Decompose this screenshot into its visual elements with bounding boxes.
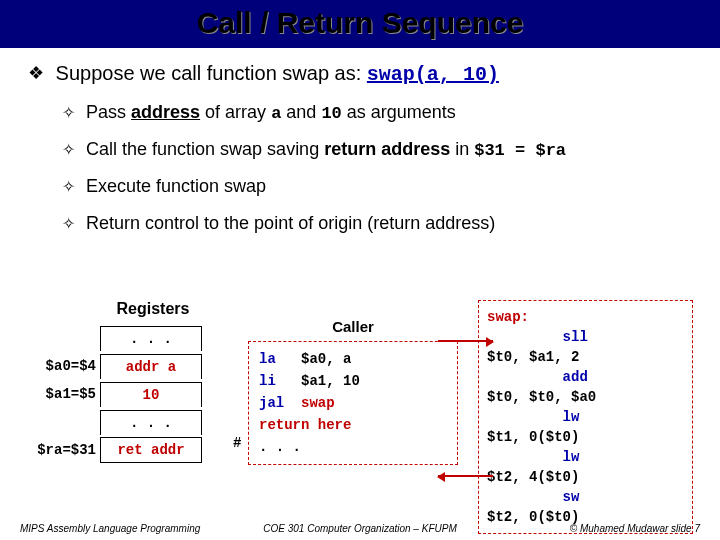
reg-label: $a1=$5 xyxy=(28,386,100,402)
op: $t1, 0($t0) xyxy=(487,429,579,445)
caller-title: Caller xyxy=(248,318,458,335)
slide-title: Call / Return Sequence xyxy=(0,6,720,40)
sub-item-1: ✧ Pass address of array a and 10 as argu… xyxy=(62,102,692,123)
caller-code: la $a0, a li $a1, 10 jal swap return her… xyxy=(248,341,458,465)
sub-item-4: ✧ Return control to the point of origin … xyxy=(62,213,692,234)
sub-bullet-icon: ✧ xyxy=(62,104,75,121)
reg-label: $a0=$4 xyxy=(28,358,100,374)
op: $t0, $t0, $a0 xyxy=(487,389,596,405)
arrow-icon xyxy=(438,340,493,342)
t: a xyxy=(271,104,281,123)
kw: lw xyxy=(487,409,579,425)
reg-label: $ra=$31 xyxy=(28,442,100,458)
diamond-bullet-icon: ❖ xyxy=(28,63,44,83)
reg-cell: . . . xyxy=(100,326,202,351)
registers-title: Registers xyxy=(88,300,218,318)
t: Return control to the point of origin (r… xyxy=(86,213,495,233)
op: $t0, $a1, 2 xyxy=(487,349,579,365)
t: $31 = $ra xyxy=(474,141,566,160)
footer-left: MIPS Assembly Language Programming xyxy=(20,523,247,534)
kw: li xyxy=(259,373,301,389)
hash-comment: # xyxy=(233,435,241,451)
t: return address xyxy=(324,139,450,159)
arrow-icon xyxy=(438,475,493,477)
sub-bullet-icon: ✧ xyxy=(62,215,75,232)
reg-cell: ret addr xyxy=(100,437,202,463)
lbl: swap: xyxy=(487,309,529,325)
kw: la xyxy=(259,351,301,367)
kw: jal xyxy=(259,395,301,411)
kw: sll xyxy=(487,329,588,345)
sub-item-3: ✧ Execute function swap xyxy=(62,176,692,197)
t: address xyxy=(131,102,200,122)
topline-call: swap(a, 10) xyxy=(367,63,499,86)
caller-panel: Caller la $a0, a li $a1, 10 jal swap ret… xyxy=(248,318,458,465)
t: and xyxy=(281,102,321,122)
footer-mid: COE 301 Computer Organization – KFUPM xyxy=(247,523,474,534)
t: Execute function swap xyxy=(86,176,266,196)
reg-cell: addr a xyxy=(100,354,202,379)
op: $a1, 10 xyxy=(301,373,360,389)
op: swap xyxy=(301,395,335,411)
registers-panel: Registers . . . $a0=$4addr a $a1=$510 . … xyxy=(28,300,218,464)
footer: MIPS Assembly Language Programming COE 3… xyxy=(0,523,720,534)
op: $a0, a xyxy=(301,351,351,367)
t: in xyxy=(450,139,474,159)
kw: lw xyxy=(487,449,579,465)
callee-code: swap: sll $t0, $a1, 2 add $t0, $t0, $a0 … xyxy=(478,300,693,534)
reg-cell: 10 xyxy=(100,382,202,407)
op: $t2, 4($t0) xyxy=(487,469,579,485)
t: Pass xyxy=(86,102,131,122)
t: as arguments xyxy=(342,102,456,122)
t: 10 xyxy=(321,104,341,123)
kw: sw xyxy=(487,489,579,505)
op: . . . xyxy=(259,439,301,455)
topline-text: Suppose we call function swap as: xyxy=(56,62,367,84)
t: Call the function swap saving xyxy=(86,139,324,159)
op: return here xyxy=(259,417,351,433)
reg-cell: . . . xyxy=(100,410,202,435)
sub-bullet-icon: ✧ xyxy=(62,141,75,158)
kw: add xyxy=(487,369,588,385)
sub-item-2: ✧ Call the function swap saving return a… xyxy=(62,139,692,160)
t: of array xyxy=(200,102,271,122)
top-bullet: ❖ Suppose we call function swap as: swap… xyxy=(28,62,692,86)
callee-panel: swap: sll $t0, $a1, 2 add $t0, $t0, $a0 … xyxy=(478,300,693,534)
footer-right: © Muhamed Mudawar slide 7 xyxy=(473,523,700,534)
sub-bullet-icon: ✧ xyxy=(62,178,75,195)
